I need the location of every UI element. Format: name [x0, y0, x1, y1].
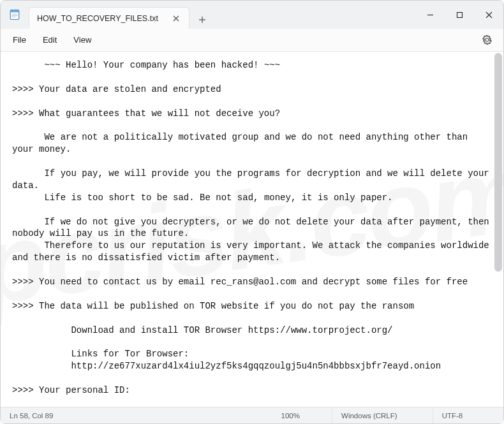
- svg-rect-1: [10, 10, 19, 13]
- tab-close-button[interactable]: [170, 12, 182, 25]
- settings-button[interactable]: [478, 31, 496, 49]
- scrollbar-thumb[interactable]: [494, 53, 502, 272]
- menu-view[interactable]: View: [65, 31, 100, 48]
- menubar: File Edit View: [1, 29, 503, 52]
- status-line-endings[interactable]: Windows (CRLF): [332, 407, 433, 423]
- titlebar-drag-area[interactable]: [215, 1, 415, 29]
- notepad-window: HOW_TO_RECOVERY_FILES.txt File Edit View: [0, 0, 504, 424]
- tab-label: HOW_TO_RECOVERY_FILES.txt: [37, 14, 158, 23]
- new-tab-button[interactable]: [189, 1, 215, 29]
- statusbar: Ln 58, Col 89 100% Windows (CRLF) UTF-8: [1, 407, 503, 423]
- tab-active[interactable]: HOW_TO_RECOVERY_FILES.txt: [29, 7, 189, 29]
- gear-icon: [482, 34, 493, 45]
- close-button[interactable]: [474, 1, 503, 29]
- menu-file[interactable]: File: [4, 31, 34, 48]
- menu-edit[interactable]: Edit: [34, 31, 65, 48]
- app-icon: [1, 1, 29, 29]
- status-cursor-position: Ln 58, Col 89: [1, 407, 272, 423]
- window-controls: [415, 1, 503, 29]
- maximize-button[interactable]: [445, 1, 474, 29]
- text-area[interactable]: pcrisk.com ~~~ Hello! Your company has b…: [1, 52, 503, 407]
- titlebar[interactable]: HOW_TO_RECOVERY_FILES.txt: [1, 1, 503, 29]
- svg-rect-10: [457, 12, 462, 17]
- vertical-scrollbar[interactable]: [493, 53, 502, 406]
- status-zoom[interactable]: 100%: [272, 407, 333, 423]
- document-text[interactable]: ~~~ Hello! Your company has been hacked!…: [3, 59, 501, 397]
- status-encoding[interactable]: UTF-8: [433, 407, 503, 423]
- minimize-button[interactable]: [415, 1, 445, 29]
